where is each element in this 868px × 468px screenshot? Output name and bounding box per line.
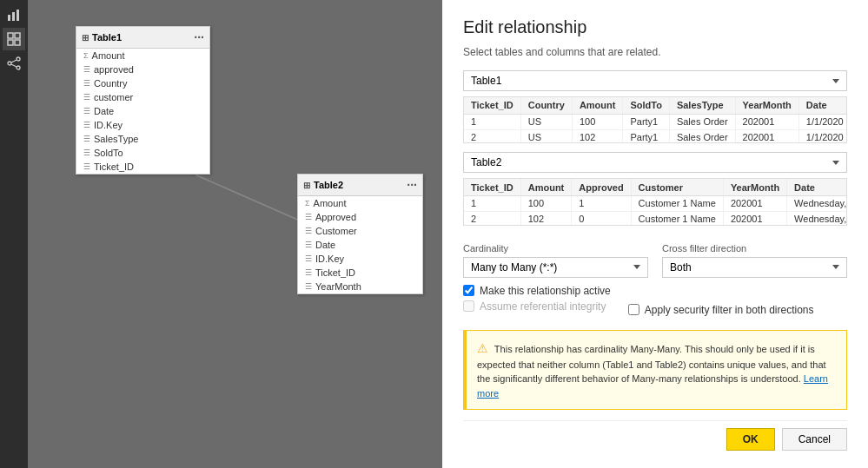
table1-field-approved: ☰ approved xyxy=(76,63,209,76)
field-icon2-amount: Σ xyxy=(305,199,310,208)
table1-dropdown-row: Table1 xyxy=(463,70,847,91)
svg-line-10 xyxy=(11,60,17,63)
cancel-button[interactable]: Cancel xyxy=(782,428,847,451)
edit-panel: Edit relationship Select tables and colu… xyxy=(442,0,868,468)
report-sidebar-icon[interactable] xyxy=(3,3,25,26)
table1-box: ⊞ Table1 ··· Σ Amount ☰ approved ☰ Count… xyxy=(76,26,210,175)
table1-icon: ⊞ xyxy=(82,33,89,43)
t2-col-customer: Customer xyxy=(631,179,723,195)
table2-preview-table: Ticket_ID Amount Approved Customer YearM… xyxy=(464,179,847,225)
panel-title: Edit relationship xyxy=(463,17,847,37)
table1-field-customer: ☰ customer xyxy=(76,90,209,104)
table2-dropdown[interactable]: Table2 xyxy=(463,152,847,173)
field-icon-ticketid: ☰ xyxy=(83,162,90,171)
panel-footer: OK Cancel xyxy=(463,420,847,451)
field-icon2-yearmonth: ☰ xyxy=(305,282,312,291)
security-label: Apply security filter in both directions xyxy=(645,304,814,316)
t2-col-approved: Approved xyxy=(572,179,631,195)
cross-filter-label: Cross filter direction xyxy=(662,243,847,254)
field-icon-country: ☰ xyxy=(83,79,90,88)
warning-text: This relationship has cardinality Many-M… xyxy=(477,344,826,385)
svg-rect-3 xyxy=(8,33,13,38)
svg-rect-0 xyxy=(8,15,10,21)
ok-button[interactable]: OK xyxy=(726,428,775,451)
table2-field-date: ☰ Date xyxy=(298,238,422,252)
field-icon2-idkey: ☰ xyxy=(305,254,312,263)
field-icon-approved: ☰ xyxy=(83,65,90,74)
t1-col-yearmonth: YearMonth xyxy=(735,97,798,114)
table1-field-idkey: ☰ ID.Key xyxy=(76,118,209,132)
data-sidebar-icon[interactable] xyxy=(3,28,25,50)
field-icon2-ticketid: ☰ xyxy=(305,268,312,277)
table2-icon: ⊞ xyxy=(303,181,310,190)
sidebar xyxy=(0,0,28,468)
table2-box: ⊞ Table2 ··· Σ Amount ☰ Approved ☰ Custo… xyxy=(297,174,423,294)
svg-line-12 xyxy=(193,174,301,221)
table1-field-amount: Σ Amount xyxy=(76,49,209,63)
table2-dropdown-row: Table2 xyxy=(463,152,847,173)
cardinality-label: Cardinality xyxy=(463,243,648,254)
warning-icon: ⚠ xyxy=(477,341,488,355)
table1-field-soldto: ☰ SoldTo xyxy=(76,146,209,160)
security-checkbox[interactable] xyxy=(628,304,639,315)
field-icon-customer: ☰ xyxy=(83,93,90,102)
table2-preview: Ticket_ID Amount Approved Customer YearM… xyxy=(463,178,847,225)
t2-col-ticketid: Ticket_ID xyxy=(464,179,520,195)
field-icon-salestype: ☰ xyxy=(83,135,90,143)
field-icon-soldto: ☰ xyxy=(83,148,90,157)
security-checkbox-row: Apply security filter in both directions xyxy=(628,304,814,316)
t2-col-date: Date xyxy=(787,179,847,195)
cardinality-col: Cardinality Many to Many (*:*) xyxy=(463,243,648,278)
t1-col-country: Country xyxy=(520,97,572,114)
cardinality-dropdown[interactable]: Many to Many (*:*) xyxy=(463,257,648,278)
svg-rect-1 xyxy=(12,12,15,21)
table1-field-date: ☰ Date xyxy=(76,104,209,118)
t1-col-salestype: SalesType xyxy=(669,97,735,114)
table-row: 1 100 1 Customer 1 Name 202001 Wednesday… xyxy=(464,195,847,211)
svg-rect-2 xyxy=(17,10,19,21)
table1-field-ticketid: ☰ Ticket_ID xyxy=(76,160,209,174)
field-icon2-customer: ☰ xyxy=(305,227,312,235)
table2-field-amount: Σ Amount xyxy=(298,196,422,210)
table2-field-idkey: ☰ ID.Key xyxy=(298,252,422,266)
referential-checkbox[interactable] xyxy=(463,300,474,312)
t1-col-date: Date xyxy=(798,97,847,114)
table-row: 1 US 100 Party1 Sales Order 202001 1/1/2… xyxy=(464,114,847,129)
cross-filter-dropdown[interactable]: Both xyxy=(662,257,847,278)
svg-rect-4 xyxy=(15,33,20,38)
referential-label: Assume referential integrity xyxy=(480,300,606,313)
table1-title: Table1 xyxy=(92,32,122,43)
t2-col-amount: Amount xyxy=(520,179,572,195)
table1-preview: Ticket_ID Country Amount SoldTo SalesTyp… xyxy=(463,96,847,143)
field-icon-amount: Σ xyxy=(83,51,89,60)
table2-title: Table2 xyxy=(314,180,343,190)
field-icon-date: ☰ xyxy=(83,107,90,115)
field-icon-idkey: ☰ xyxy=(83,121,90,129)
table1-menu[interactable]: ··· xyxy=(194,30,204,44)
svg-point-8 xyxy=(17,57,20,61)
table1-dropdown[interactable]: Table1 xyxy=(463,70,847,91)
field-icon2-approved: ☰ xyxy=(305,213,312,221)
field-icon2-date: ☰ xyxy=(305,241,312,249)
t2-col-yearmonth: YearMonth xyxy=(723,179,786,195)
table2-field-customer: ☰ Customer xyxy=(298,224,422,238)
svg-rect-5 xyxy=(8,40,13,45)
table2-menu[interactable]: ··· xyxy=(407,178,417,192)
table1-header: ⊞ Table1 ··· xyxy=(76,27,209,49)
canvas-area: ⊞ Table1 ··· Σ Amount ☰ approved ☰ Count… xyxy=(28,0,442,468)
table1-field-country: ☰ Country xyxy=(76,76,209,90)
table1-field-salestype: ☰ SalesType xyxy=(76,132,209,146)
model-sidebar-icon[interactable] xyxy=(3,52,25,75)
table2-field-approved: ☰ Approved xyxy=(298,210,422,224)
svg-line-11 xyxy=(11,64,17,67)
t1-col-amount: Amount xyxy=(572,97,623,114)
svg-rect-6 xyxy=(15,40,20,45)
t1-col-soldto: SoldTo xyxy=(623,97,669,114)
active-label: Make this relationship active xyxy=(480,285,611,297)
active-checkbox-row: Make this relationship active xyxy=(463,285,611,297)
settings-row: Cardinality Many to Many (*:*) Cross fil… xyxy=(463,243,847,278)
svg-point-9 xyxy=(17,66,20,69)
active-checkbox[interactable] xyxy=(463,285,474,296)
warning-box: ⚠ This relationship has cardinality Many… xyxy=(463,330,847,411)
referential-checkbox-row: Assume referential integrity xyxy=(463,300,611,313)
